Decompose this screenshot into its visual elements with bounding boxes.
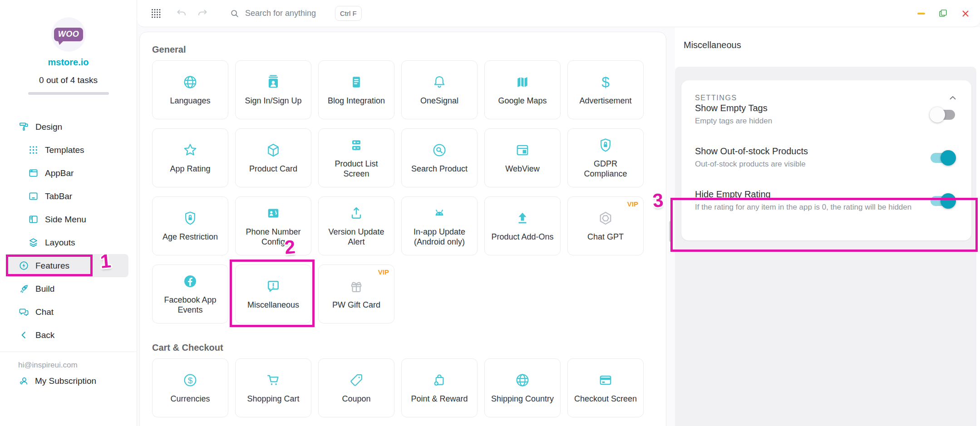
document-icon (348, 74, 364, 90)
sidebar-item-side-menu[interactable]: Side Menu (6, 208, 128, 231)
sidebar-item-templates[interactable]: Templates (6, 138, 128, 162)
feature-card-currencies[interactable]: $Currencies (152, 358, 228, 417)
feature-card-label: Product Card (245, 164, 301, 174)
detail-panel-body: SETTINGS Show Empty TagsEmpty tags are h… (675, 67, 976, 426)
facebook-icon (182, 273, 198, 289)
sidebar-item-layouts[interactable]: Layouts (6, 231, 128, 254)
shield-lock-icon (597, 137, 614, 153)
arrow-up-icon (514, 210, 531, 226)
collapse-chevron-up-icon[interactable] (948, 93, 958, 103)
settings-section-header[interactable]: SETTINGS (695, 93, 958, 103)
settings-header-label: SETTINGS (695, 94, 737, 102)
window-controls (917, 9, 970, 18)
feature-card-label: Google Maps (494, 96, 551, 106)
setting-text: Show Out-of-stock ProductsOut-of-stock p… (695, 146, 931, 169)
contact-card-icon (265, 205, 281, 221)
feature-card-label: Point & Reward (407, 394, 472, 404)
gift-icon (348, 278, 364, 294)
feature-card-webview[interactable]: WebView (484, 128, 561, 187)
design-icon (19, 122, 29, 132)
sidebar-item-build[interactable]: Build (6, 277, 128, 300)
sidebar-item-label: TabBar (45, 191, 72, 201)
feature-card-grid: $CurrenciesShopping CartCouponPoint & Re… (152, 358, 666, 417)
setting-subtitle: If the rating for any item in the app is… (695, 202, 919, 212)
feature-card-in-app-update-android-only[interactable]: In-app Update (Android only) (401, 196, 478, 255)
sidebar-item-tabbar[interactable]: TabBar (6, 185, 128, 208)
project-name[interactable]: mstore.io (0, 57, 137, 68)
feature-card-label: Checkout Screen (570, 394, 641, 404)
feature-card-age-restriction[interactable]: Age Restriction (152, 196, 228, 255)
feature-card-version-update-alert[interactable]: Version Update Alert (318, 196, 394, 255)
globe-icon (514, 372, 531, 388)
sidebar-item-label: Side Menu (45, 215, 86, 225)
android-icon (431, 205, 448, 221)
sidebar-item-label: Design (35, 122, 62, 132)
sidebar-item-label: Features (35, 261, 69, 271)
feature-card-phone-number-config[interactable]: Phone Number Config (235, 196, 311, 255)
maximize-button[interactable] (938, 9, 948, 18)
feature-card-onesignal[interactable]: OneSignal (401, 60, 478, 119)
redo-icon[interactable] (197, 8, 208, 19)
feature-card-languages[interactable]: Languages (152, 60, 228, 119)
feature-card-advertisement[interactable]: $Advertisement (567, 60, 644, 119)
setting-title: Show Empty Tags (695, 103, 919, 113)
search-bar[interactable]: Ctrl F (230, 6, 362, 21)
dollar-icon: $ (597, 74, 614, 90)
sidebar-item-appbar[interactable]: AppBar (6, 162, 128, 185)
feature-card-product-list-screen[interactable]: Product List Screen (318, 128, 394, 187)
sidebar: WOO mstore.io 0 out of 4 tasks DesignTem… (0, 0, 137, 426)
search-input[interactable] (245, 9, 331, 18)
feature-card-miscellaneous[interactable]: Miscellaneous (235, 264, 311, 323)
feature-card-sign-in-sign-up[interactable]: Sign In/Sign Up (235, 60, 311, 119)
toggle-switch[interactable] (931, 153, 955, 163)
feature-card-coupon[interactable]: Coupon (318, 358, 394, 417)
sidebar-divider (0, 352, 137, 352)
feature-card-checkout-screen[interactable]: Checkout Screen (567, 358, 644, 417)
chat-alert-icon (265, 278, 281, 294)
sidebar-item-label: Chat (35, 307, 54, 317)
upload-icon (348, 205, 364, 221)
sidebar-item-design[interactable]: Design (6, 115, 128, 138)
feature-card-facebook-app-events[interactable]: Facebook App Events (152, 264, 228, 323)
toggle-knob (930, 107, 945, 122)
feature-card-google-maps[interactable]: Google Maps (484, 60, 561, 119)
feature-card-search-product[interactable]: Search Product (401, 128, 478, 187)
features-icon (19, 260, 29, 271)
sidebar-item-features[interactable]: Features (6, 254, 128, 277)
feature-card-label: PW Gift Card (328, 300, 384, 310)
feature-card-shopping-cart[interactable]: Shopping Cart (235, 358, 311, 417)
apps-grid-icon[interactable] (151, 8, 162, 19)
feature-card-pw-gift-card[interactable]: PW Gift CardVIP (318, 264, 394, 323)
cart-icon (265, 372, 281, 388)
close-button[interactable] (961, 9, 970, 18)
subscription-person-icon (19, 376, 29, 386)
map-icon (514, 74, 531, 90)
chat-icon (19, 307, 29, 317)
feature-card-chat-gpt[interactable]: Chat GPTVIP (567, 196, 644, 255)
toggle-switch[interactable] (931, 110, 955, 120)
feature-card-gdpr-compliance[interactable]: GDPR Compliance (567, 128, 644, 187)
sidebar-item-my-subscription[interactable]: My Subscription (19, 376, 96, 386)
globe-icon (182, 74, 198, 90)
toggle-switch[interactable] (931, 196, 955, 206)
feature-card-product-card[interactable]: Product Card (235, 128, 311, 187)
section-title: General (152, 44, 666, 55)
main-scrollbar-thumb[interactable] (669, 221, 672, 242)
feature-card-app-rating[interactable]: App Rating (152, 128, 228, 187)
feature-card-shipping-country[interactable]: Shipping Country (484, 358, 561, 417)
feature-card-label: Age Restriction (158, 232, 222, 242)
feature-card-blog-integration[interactable]: Blog Integration (318, 60, 394, 119)
sidebar-item-back[interactable]: Back (6, 323, 128, 347)
minimize-button[interactable] (917, 13, 925, 15)
webview-icon (514, 142, 531, 158)
feature-card-label: Shipping Country (487, 394, 558, 404)
search-shortcut-badge: Ctrl F (335, 6, 362, 21)
my-subscription-label: My Subscription (35, 376, 96, 386)
feature-card-point-reward[interactable]: Point & Reward (401, 358, 478, 417)
feature-card-label: Search Product (407, 164, 472, 174)
undo-icon[interactable] (176, 8, 187, 19)
feature-card-product-add-ons[interactable]: Product Add-Ons (484, 196, 561, 255)
tasks-progress-bar (28, 92, 109, 95)
sidebar-item-chat[interactable]: Chat (6, 300, 128, 323)
vip-badge: VIP (378, 268, 389, 276)
